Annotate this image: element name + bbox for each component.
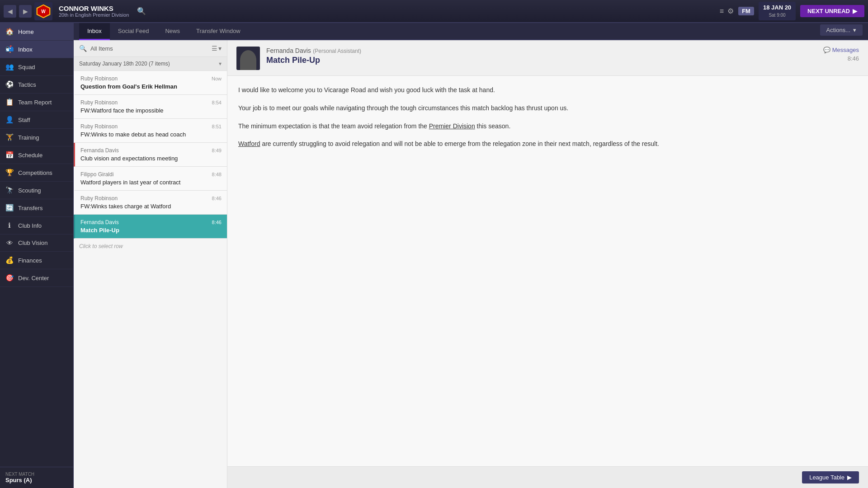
actions-button[interactable]: Actions... ▾ xyxy=(820,24,863,36)
sidebar-item-schedule[interactable]: 📅 Schedule xyxy=(0,146,73,164)
body-para-4: Watford are currently struggling to avoi… xyxy=(238,139,857,150)
body-para-2: Your job is to meet our goals while navi… xyxy=(238,103,857,114)
bars-icon[interactable]: ≡ xyxy=(720,7,724,15)
search-icon: 🔍 xyxy=(79,45,87,52)
tab-transfer-window[interactable]: Transfer Window xyxy=(188,23,249,40)
home-icon: 🏠 xyxy=(5,28,14,36)
click-select-row: Click to select row xyxy=(74,239,227,254)
msg-row: Ruby Robinson 8:46 xyxy=(80,195,222,202)
sidebar-label-tactics: Tactics xyxy=(18,81,36,88)
list-item[interactable]: Filippo Giraldi 8:48 Watford players in … xyxy=(74,167,227,191)
msg-subject: FW:Winks takes charge at Watford xyxy=(80,203,222,210)
date-group-header: Saturday January 18th 2020 (7 items) ▾ xyxy=(74,57,227,71)
detail-footer: League Table ▶ xyxy=(227,466,868,488)
staff-icon: 👤 xyxy=(5,116,14,124)
sidebar-label-finances: Finances xyxy=(18,257,42,264)
sidebar-item-transfers[interactable]: 🔄 Transfers xyxy=(0,199,73,217)
tab-social-feed[interactable]: Social Feed xyxy=(110,23,157,40)
msg-sender: Filippo Giraldi xyxy=(80,171,113,178)
messages-link[interactable]: 💬 Messages xyxy=(823,47,859,53)
club-info-icon: ℹ xyxy=(5,221,14,230)
date-sub: Sat 9:00 xyxy=(763,12,791,19)
watford-link[interactable]: Watford xyxy=(238,140,260,147)
sidebar-item-scouting[interactable]: 🔭 Scouting xyxy=(0,182,73,199)
nav-forward-button[interactable]: ▶ xyxy=(19,5,32,18)
sidebar-item-tactics[interactable]: ⚽ Tactics xyxy=(0,76,73,94)
tabs-right: Actions... ▾ xyxy=(820,24,863,39)
nav-back-button[interactable]: ◀ xyxy=(4,5,16,18)
filter-icon: ☰ xyxy=(212,45,217,52)
actions-chevron: ▾ xyxy=(853,27,856,33)
premier-division-link[interactable]: Premier Division xyxy=(429,122,475,130)
body-para-1: I would like to welcome you to Vicarage … xyxy=(238,85,857,96)
search-button[interactable]: 🔍 xyxy=(135,5,148,18)
msg-row: Filippo Giraldi 8:48 xyxy=(80,171,222,178)
sidebar-item-finances[interactable]: 💰 Finances xyxy=(0,252,73,269)
tab-inbox[interactable]: Inbox xyxy=(79,23,110,40)
next-unread-button[interactable]: NEXT UNREAD ▶ xyxy=(800,5,864,17)
content-area: Inbox Social Feed News Transfer Window A… xyxy=(74,23,868,488)
top-bar: ◀ ▶ W CONNOR WINKS 20th in English Premi… xyxy=(0,0,868,23)
msg-row: Fernanda Davis 8:49 xyxy=(80,147,222,154)
league-table-button[interactable]: League Table ▶ xyxy=(802,471,859,483)
avatar-silhouette xyxy=(240,50,256,70)
filter-button[interactable]: ☰ ▾ xyxy=(212,45,222,52)
sidebar-label-squad: Squad xyxy=(18,64,35,70)
list-item[interactable]: Ruby Robinson 8:51 FW:Winks to make debu… xyxy=(74,119,227,143)
msg-sender: Fernanda Davis xyxy=(80,147,119,154)
transfers-icon: 🔄 xyxy=(5,204,14,212)
next-unread-label: NEXT UNREAD xyxy=(807,8,850,14)
msg-subject: Question from Goal's Erik Hellman xyxy=(80,83,222,90)
sidebar-item-inbox[interactable]: 📬 Inbox xyxy=(0,41,73,58)
sidebar-item-club-info[interactable]: ℹ Club Info xyxy=(0,217,73,235)
date-display: 18 JAN 20 Sat 9:00 xyxy=(759,2,796,20)
sidebar-item-team-report[interactable]: 📋 Team Report xyxy=(0,94,73,111)
actions-label: Actions... xyxy=(826,27,850,33)
date-group-chevron[interactable]: ▾ xyxy=(219,61,222,67)
tabs-bar: Inbox Social Feed News Transfer Window A… xyxy=(74,23,868,40)
schedule-icon: 📅 xyxy=(5,151,14,159)
sidebar-item-squad[interactable]: 👥 Squad xyxy=(0,58,73,76)
list-item[interactable]: Fernanda Davis 8:46 Match Pile-Up xyxy=(74,215,227,239)
msg-time: 8:49 xyxy=(212,148,222,153)
club-logo: W xyxy=(34,2,52,20)
sidebar-item-club-vision[interactable]: 👁 Club Vision xyxy=(0,235,73,252)
inbox-icon: 📬 xyxy=(5,45,14,53)
dev-center-icon: 🎯 xyxy=(5,274,14,282)
msg-time: Now xyxy=(212,76,222,81)
message-list: 🔍 All Items ☰ ▾ Saturday January 18th 20… xyxy=(74,40,227,488)
training-icon: 🏋 xyxy=(5,133,14,141)
list-item[interactable]: Ruby Robinson Now Question from Goal's E… xyxy=(74,71,227,95)
sidebar-item-training[interactable]: 🏋 Training xyxy=(0,129,73,146)
sidebar-item-staff[interactable]: 👤 Staff xyxy=(0,111,73,129)
msg-subject: FW:Winks to make debut as head coach xyxy=(80,131,222,138)
msg-sender: Ruby Robinson xyxy=(80,123,118,130)
sidebar-label-dev-center: Dev. Center xyxy=(18,275,49,282)
msg-time: 8:48 xyxy=(212,172,222,177)
gear-icon[interactable]: ⚙ xyxy=(727,7,734,15)
list-item[interactable]: Fernanda Davis 8:49 Club vision and expe… xyxy=(74,143,227,167)
msg-sender: Fernanda Davis xyxy=(80,219,119,225)
top-bar-left: ◀ ▶ W CONNOR WINKS 20th in English Premi… xyxy=(4,2,148,20)
msg-time: 8:51 xyxy=(212,124,222,129)
body-para-3: The minimum expectation is that the team… xyxy=(238,121,857,132)
sidebar-item-dev-center[interactable]: 🎯 Dev. Center xyxy=(0,269,73,287)
scouting-icon: 🔭 xyxy=(5,186,14,194)
msg-sender: Ruby Robinson xyxy=(80,99,118,106)
main-layout: 🏠 Home 📬 Inbox 👥 Squad ⚽ Tactics 📋 Team … xyxy=(0,23,868,488)
message-list-header: 🔍 All Items ☰ ▾ xyxy=(74,40,227,57)
svg-text:W: W xyxy=(41,9,46,14)
list-item[interactable]: Ruby Robinson 8:46 FW:Winks takes charge… xyxy=(74,191,227,215)
sidebar-label-staff: Staff xyxy=(18,117,30,123)
msg-row: Ruby Robinson 8:51 xyxy=(80,123,222,130)
sidebar-label-home: Home xyxy=(18,28,34,35)
tab-news[interactable]: News xyxy=(157,23,188,40)
next-match-value: Spurs (A) xyxy=(5,477,68,483)
detail-header-info: Fernanda Davis (Personal Assistant) Matc… xyxy=(266,47,817,65)
sidebar-item-home[interactable]: 🏠 Home xyxy=(0,23,73,41)
msg-subject: Club vision and expectations meeting xyxy=(80,155,222,162)
competitions-icon: 🏆 xyxy=(5,169,14,177)
sidebar-item-competitions[interactable]: 🏆 Competitions xyxy=(0,164,73,182)
next-match-label: NEXT MATCH xyxy=(5,472,68,477)
list-item[interactable]: Ruby Robinson 8:54 FW:Watford face the i… xyxy=(74,95,227,119)
